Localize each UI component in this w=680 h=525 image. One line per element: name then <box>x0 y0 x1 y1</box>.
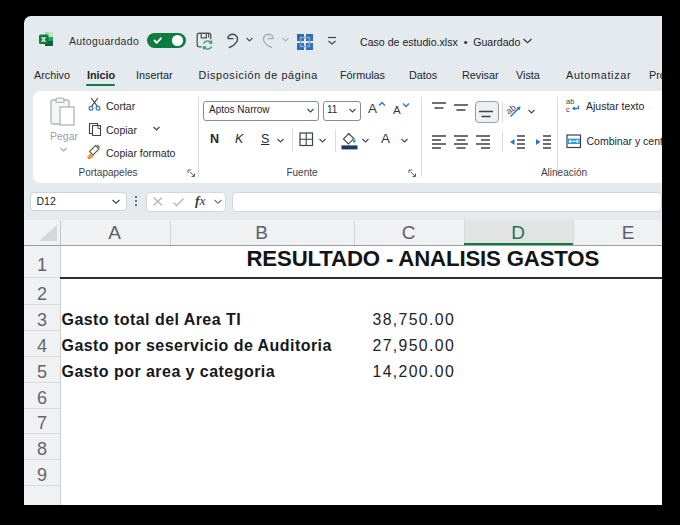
svg-text:c: c <box>566 105 570 113</box>
svg-text:x: x <box>41 34 46 44</box>
